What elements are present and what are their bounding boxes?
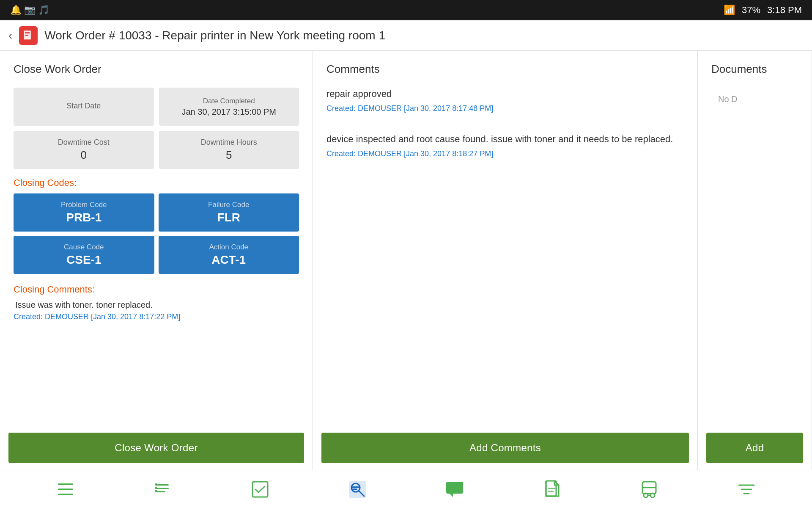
comments-panel: Comments repair approved Created: DEMOUS…: [313, 51, 698, 470]
svg-rect-18: [351, 489, 357, 490]
svg-point-27: [650, 493, 655, 497]
date-completed-value: Jan 30, 2017 3:15:00 PM: [182, 107, 277, 117]
svg-rect-13: [252, 482, 268, 497]
close-work-order-body: Start Date Date Completed Jan 30, 2017 3…: [0, 81, 313, 426]
action-code-label: Action Code: [209, 243, 248, 251]
nav-list-icon[interactable]: [47, 476, 84, 503]
start-date-label: Start Date: [66, 102, 101, 110]
app-icon: [19, 26, 38, 45]
svg-point-26: [644, 493, 648, 497]
nav-menu-icon[interactable]: [144, 476, 181, 503]
downtime-hours-value: 5: [226, 149, 232, 162]
svg-rect-22: [548, 488, 556, 489]
closing-comment-text: Issue was with toner. toner replaced.: [14, 300, 299, 310]
failure-code-label: Failure Code: [208, 201, 249, 209]
close-work-order-header: Close Work Order: [0, 51, 313, 81]
notification-icons: 🔔 📷 🎵: [10, 5, 49, 16]
cause-code-label: Cause Code: [64, 243, 104, 251]
svg-rect-10: [155, 483, 157, 486]
close-work-order-button[interactable]: Close Work Order: [8, 433, 304, 463]
svg-rect-1: [25, 32, 30, 33]
action-code-button[interactable]: Action Code ACT-1: [159, 236, 299, 274]
comment-1: repair approved Created: DEMOUSER [Jan 3…: [326, 88, 684, 113]
documents-body: No D: [698, 81, 812, 426]
date-completed-field[interactable]: Date Completed Jan 30, 2017 3:15:00 PM: [159, 88, 299, 126]
nav-transit-icon[interactable]: [631, 476, 668, 503]
nav-checklist-icon[interactable]: [241, 476, 279, 503]
svg-rect-4: [58, 483, 73, 485]
closing-codes-label: Closing Codes:: [14, 177, 299, 188]
downtime-cost-value: 0: [81, 149, 87, 162]
action-code-value: ACT-1: [211, 253, 246, 267]
clock: 3:18 PM: [767, 5, 802, 16]
downtime-cost-field[interactable]: Downtime Cost 0: [14, 131, 154, 169]
status-bar-right: 📶 37% 3:18 PM: [724, 5, 802, 16]
failure-code-value: FLR: [217, 211, 240, 224]
main-content: Close Work Order Start Date Date Complet…: [0, 51, 812, 470]
closing-comments-label: Closing Comments:: [14, 284, 299, 295]
downtime-hours-label: Downtime Hours: [201, 138, 257, 147]
comment-2: device inspected and root cause found. i…: [326, 133, 684, 158]
closing-codes-grid: Problem Code PRB-1 Failure Code FLR Caus…: [14, 193, 299, 274]
comment-2-text: device inspected and root cause found. i…: [326, 133, 684, 146]
no-documents-text: No D: [711, 88, 798, 111]
svg-rect-6: [58, 494, 73, 495]
svg-rect-9: [157, 491, 165, 492]
svg-rect-23: [548, 491, 554, 492]
bottom-navigation: [0, 470, 812, 508]
add-document-button[interactable]: Add: [706, 433, 803, 463]
title-bar: ‹ Work Order # 10033 - Repair printer in…: [0, 20, 812, 51]
svg-rect-5: [58, 489, 73, 490]
comment-1-text: repair approved: [326, 88, 684, 101]
status-bar-left: 🔔 📷 🎵: [10, 5, 49, 16]
comment-separator-1: [326, 125, 684, 125]
close-work-order-panel: Close Work Order Start Date Date Complet…: [0, 51, 313, 470]
closing-comment-meta: Created: DEMOUSER [Jan 30, 2017 8:17:22 …: [14, 312, 299, 321]
comments-header: Comments: [313, 51, 697, 81]
svg-rect-17: [351, 486, 360, 488]
cause-code-button[interactable]: Cause Code CSE-1: [14, 236, 154, 274]
start-date-field[interactable]: Start Date: [14, 88, 154, 126]
problem-code-button[interactable]: Problem Code PRB-1: [14, 193, 154, 232]
nav-document-icon[interactable]: [533, 476, 571, 503]
problem-code-label: Problem Code: [61, 201, 107, 209]
comment-2-meta: Created: DEMOUSER [Jan 30, 2017 8:18:27 …: [326, 149, 684, 158]
add-comments-button[interactable]: Add Comments: [321, 433, 689, 463]
page-title: Work Order # 10033 - Repair printer in N…: [44, 29, 385, 42]
cause-code-value: CSE-1: [66, 253, 101, 267]
close-work-order-footer: Close Work Order: [0, 426, 313, 470]
comments-body: repair approved Created: DEMOUSER [Jan 3…: [313, 81, 697, 426]
svg-rect-11: [155, 487, 157, 489]
svg-rect-3: [25, 35, 28, 36]
downtime-cost-label: Downtime Cost: [58, 138, 110, 147]
svg-marker-20: [450, 494, 453, 497]
nav-comment-icon[interactable]: [436, 476, 473, 503]
nav-search-icon[interactable]: [339, 476, 376, 503]
svg-rect-8: [157, 488, 169, 489]
comment-1-meta: Created: DEMOUSER [Jan 30, 2017 8:17:48 …: [326, 104, 684, 113]
problem-code-value: PRB-1: [66, 211, 102, 224]
svg-rect-19: [446, 482, 463, 494]
battery-level: 37%: [742, 5, 760, 16]
dates-grid: Start Date Date Completed Jan 30, 2017 3…: [14, 88, 299, 169]
date-completed-label: Date Completed: [203, 97, 255, 105]
documents-footer: Add: [698, 426, 812, 470]
wifi-icon: 📶: [724, 5, 735, 16]
status-bar: 🔔 📷 🎵 📶 37% 3:18 PM: [0, 0, 812, 20]
downtime-hours-field[interactable]: Downtime Hours 5: [159, 131, 299, 169]
svg-rect-2: [25, 33, 30, 34]
documents-header: Documents: [698, 51, 812, 81]
failure-code-button[interactable]: Failure Code FLR: [159, 193, 299, 232]
svg-rect-12: [155, 490, 157, 492]
comments-footer: Add Comments: [313, 426, 697, 470]
back-button[interactable]: ‹: [8, 29, 12, 42]
svg-rect-7: [157, 484, 169, 486]
documents-panel: Documents No D Add: [698, 51, 812, 470]
nav-filter-icon[interactable]: [728, 476, 765, 503]
